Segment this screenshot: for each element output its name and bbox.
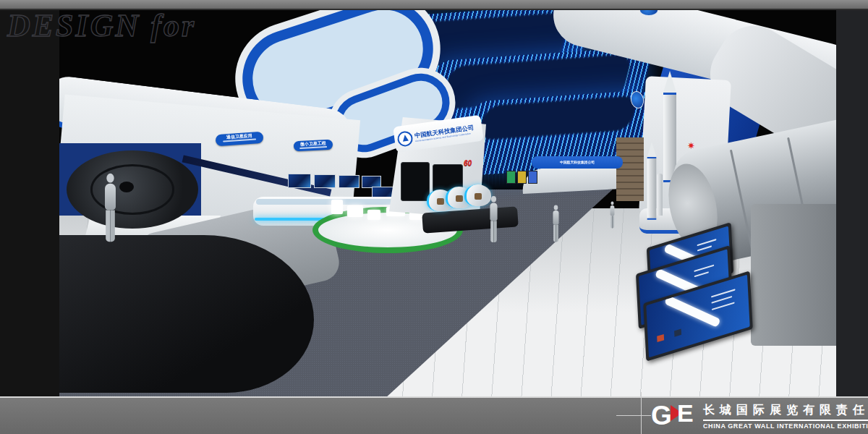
casc-arrow-glyph (401, 135, 408, 142)
exhibition-render: 通信卫星应用 微小卫星工程 中国航天科技集团公司 China Aerospace… (0, 0, 868, 434)
distant-casc-sign: 中国航天科技集团公司 (532, 156, 623, 169)
distant-casc-sign-label: 中国航天科技集团公司 (560, 160, 595, 165)
poster-text-line (697, 239, 716, 246)
company-name-cn: 长城国际展览有限责任公司 (703, 403, 868, 421)
rocket-nose-cone (663, 71, 676, 93)
glowing-model-building (331, 200, 343, 214)
rocket-body (647, 157, 657, 220)
pill-sign-microsatellite: 微小卫星工程 (294, 140, 333, 152)
vr-pod-seat (475, 193, 482, 200)
mannequin-visitor (553, 205, 558, 242)
led-tier-top-face (477, 95, 639, 140)
left-frame-band (0, 9, 59, 396)
mannequin-visitor (610, 202, 615, 229)
brick-column (616, 137, 644, 201)
design-watermark: DESIGN for (7, 7, 196, 44)
footer-bar: G E 长城国际展览有限责任公司 CHINA GREAT WALL INTERN… (0, 396, 868, 434)
glowing-model-building (347, 205, 363, 217)
distant-screen-blue (528, 171, 537, 184)
mannequin-visitor (490, 196, 497, 242)
distant-screen-green (506, 171, 516, 184)
satellite-aperture (119, 182, 134, 192)
gray-pillar (751, 204, 843, 346)
distant-media-screens (506, 171, 537, 184)
footer-guide-vline (641, 392, 642, 434)
footer-guide-hline (616, 415, 651, 416)
poster-text-line (694, 264, 714, 271)
gwe-logo-block: G E 长城国际展览有限责任公司 CHINA GREAT WALL INTERN… (651, 401, 868, 431)
poster-thumbnail (674, 328, 681, 336)
company-name-en: CHINA GREAT WALL INTERNATIONAL EXHIBITIO… (703, 422, 868, 430)
poster-text-line (694, 272, 709, 278)
casc-logo-icon (396, 130, 414, 148)
wall-display-screen (288, 174, 311, 188)
anniversary-60-logo: 60 (464, 159, 472, 167)
gwe-logo-e: E (677, 399, 694, 427)
gwe-logo-g: G (651, 402, 672, 430)
vr-pod-seat (456, 195, 463, 202)
wall-display-screen (339, 175, 359, 188)
poster-thumbnail (657, 334, 664, 342)
distant-screen-yellow (517, 171, 527, 184)
rocket-model-small (645, 142, 658, 203)
wall-display-screen (314, 174, 336, 188)
vr-pod (464, 184, 491, 206)
poster-text-line (712, 302, 734, 310)
module-seam (730, 149, 753, 249)
glowing-model-building (367, 210, 380, 220)
satellite-model (67, 150, 198, 229)
vr-pod-seat (437, 198, 444, 205)
poster-text-line (711, 289, 736, 297)
poster-rocket-streak (664, 295, 721, 327)
mannequin-visitor (105, 174, 116, 242)
rocket-nose-cone (647, 142, 657, 157)
right-frame-band (836, 9, 868, 396)
kiosk-screen (401, 162, 430, 201)
gwe-logo-icon: G E (651, 401, 697, 431)
black-round-stage (59, 235, 314, 393)
